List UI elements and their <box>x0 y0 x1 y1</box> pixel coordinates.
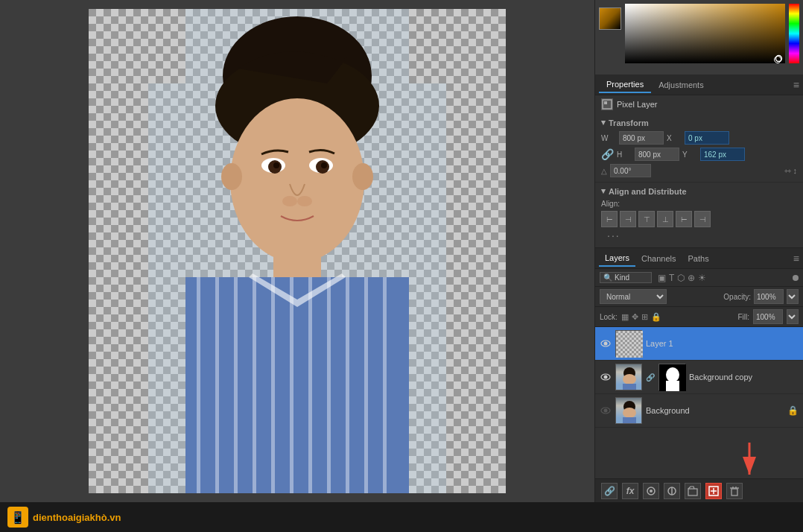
svg-rect-24 <box>253 277 256 493</box>
layer-item-layer1[interactable]: Layer 1 <box>595 327 803 361</box>
w-input[interactable] <box>619 131 664 145</box>
tab-adjustments[interactable]: Adjustments <box>651 77 711 92</box>
y-input[interactable] <box>700 148 745 161</box>
link-layers-btn[interactable]: 🔗 <box>601 483 618 499</box>
foreground-color-swatch[interactable] <box>599 7 621 30</box>
flip-v-icon[interactable]: ↕ <box>793 166 798 176</box>
layer-mask-thumb-bg-copy <box>658 364 685 390</box>
svg-rect-73 <box>731 489 737 495</box>
fx-btn[interactable]: fx <box>622 483 638 499</box>
layer-visibility-bg-copy[interactable] <box>600 371 612 383</box>
fill-label: Fill: <box>737 313 749 321</box>
layer-visibility-layer1[interactable] <box>600 338 612 349</box>
color-gradient[interactable] <box>625 4 785 63</box>
layers-panel: Layers Channels Paths ≡ 🔍 ▣ T ⬡ ⊕ ☀ <box>595 248 803 502</box>
pixel-layer-label: Pixel Layer <box>617 100 657 109</box>
align-top-btn[interactable]: ⊥ <box>657 211 673 227</box>
filter-smart-icon[interactable]: ⊕ <box>688 273 695 283</box>
new-layer-btn[interactable] <box>705 483 722 499</box>
layer-name-bg-copy: Background copy <box>689 373 799 381</box>
svg-rect-40 <box>604 101 607 104</box>
svg-point-52 <box>623 374 636 384</box>
svg-rect-37 <box>625 4 785 63</box>
flip-h-icon[interactable]: ⇿ <box>784 166 791 176</box>
svg-rect-22 <box>215 277 219 493</box>
h-input[interactable] <box>635 148 679 161</box>
tab-layers[interactable]: Layers <box>599 250 635 267</box>
group-layers-btn[interactable] <box>685 483 701 499</box>
blend-mode-select[interactable]: Normal <box>600 289 667 304</box>
search-icon: 🔍 <box>603 273 612 282</box>
svg-point-38 <box>775 56 781 62</box>
svg-rect-29 <box>346 277 349 493</box>
svg-rect-31 <box>383 277 387 493</box>
align-center-h-btn[interactable]: ⊣ <box>620 211 636 227</box>
more-options-dots[interactable]: ··· <box>601 227 797 244</box>
fill-input[interactable] <box>753 309 783 324</box>
properties-menu-icon[interactable]: ≡ <box>793 79 799 91</box>
layers-list: Layer 1 🔗 <box>595 327 803 478</box>
delete-layer-btn[interactable] <box>726 483 743 499</box>
rotate-input[interactable] <box>610 164 651 177</box>
svg-rect-23 <box>234 277 238 493</box>
y-label: Y <box>682 151 697 159</box>
align-left-btn[interactable]: ⊢ <box>601 211 618 227</box>
layer-photo-thumb-background <box>615 397 642 424</box>
color-spectrum[interactable] <box>789 4 799 63</box>
svg-rect-34 <box>89 9 185 83</box>
layer-lock-icon-background: 🔒 <box>787 405 799 416</box>
layer-visibility-background[interactable] <box>600 405 612 417</box>
filter-shape-icon[interactable]: ⬡ <box>677 273 685 283</box>
layer-thumb-layer1 <box>615 330 642 357</box>
svg-rect-62 <box>623 417 636 424</box>
tab-properties[interactable]: Properties <box>599 77 651 93</box>
align-section: Align and Distribute Align: ⊢ ⊣ ⊤ ⊥ ⊢ ⊣ … <box>595 183 803 247</box>
svg-rect-47 <box>616 331 643 358</box>
transform-hx-row: 🔗 H Y <box>601 148 797 161</box>
svg-rect-26 <box>290 277 293 493</box>
tab-channels[interactable]: Channels <box>635 251 682 266</box>
svg-point-10 <box>221 163 242 190</box>
svg-point-16 <box>273 162 279 168</box>
align-bottom-btn[interactable]: ⊣ <box>694 211 711 227</box>
svg-rect-53 <box>623 384 636 390</box>
align-buttons: ⊢ ⊣ ⊤ ⊥ ⊢ ⊣ <box>601 211 797 227</box>
filter-icons: ▣ T ⬡ ⊕ ☀ <box>658 273 706 283</box>
lock-all-icon[interactable]: 🔒 <box>651 312 661 322</box>
filter-text-icon[interactable]: T <box>669 273 674 283</box>
fill-arrow[interactable] <box>787 309 799 324</box>
lock-pixels-icon[interactable]: ▦ <box>621 312 629 322</box>
adjustment-layer-btn[interactable] <box>664 483 680 499</box>
layer-item-background[interactable]: Background 🔒 <box>595 394 803 428</box>
layers-menu-icon[interactable]: ≡ <box>793 253 799 265</box>
svg-point-61 <box>623 408 636 418</box>
opacity-arrow[interactable] <box>787 289 799 304</box>
tab-paths[interactable]: Paths <box>682 251 715 266</box>
canvas-photo <box>89 9 506 493</box>
layers-blend-row: Normal Opacity: <box>595 287 803 307</box>
svg-point-49 <box>604 376 608 379</box>
bottom-bar: 📱 dienthoaigiakhò.vn <box>0 502 803 532</box>
filter-kind-input[interactable] <box>615 273 648 282</box>
layer-mask-btn[interactable] <box>643 483 659 499</box>
layer-item-bg-copy[interactable]: 🔗 Background copy <box>595 361 803 394</box>
x-input[interactable] <box>685 131 729 145</box>
lock-artboard-icon[interactable]: ⊞ <box>641 312 648 322</box>
svg-rect-69 <box>688 489 697 495</box>
transform-title: Transform <box>601 118 797 127</box>
layers-lock-row: Lock: ▦ ✥ ⊞ 🔒 Fill: <box>595 307 803 327</box>
align-right-btn[interactable]: ⊤ <box>638 211 655 227</box>
lock-move-icon[interactable]: ✥ <box>632 312 638 322</box>
filter-pixel-icon[interactable]: ▣ <box>658 273 666 283</box>
align-center-v-btn[interactable]: ⊢ <box>676 211 692 227</box>
filter-toggle-dot[interactable] <box>793 275 799 281</box>
layer-link-icon-bg-copy: 🔗 <box>646 373 655 381</box>
opacity-input[interactable] <box>754 289 784 304</box>
canvas-area <box>0 0 594 502</box>
properties-panel-tabs: Properties Adjustments ≡ <box>595 75 803 95</box>
filter-adjustment-icon[interactable]: ☀ <box>698 273 706 283</box>
svg-point-17 <box>321 162 327 168</box>
flip-icons: ⇿ ↕ <box>784 166 798 176</box>
x-label: X <box>667 134 682 142</box>
layer-name-background: Background <box>646 406 784 415</box>
